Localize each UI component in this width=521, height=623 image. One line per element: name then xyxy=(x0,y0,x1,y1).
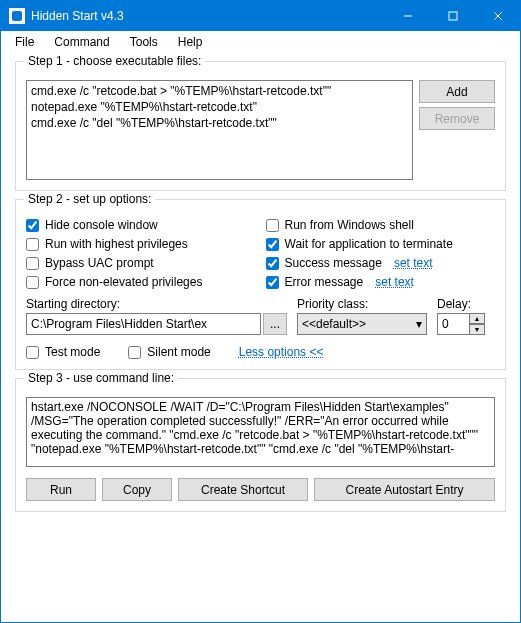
start-dir-input[interactable] xyxy=(26,313,261,335)
step2-group: Step 2 - set up options: Hide console wi… xyxy=(15,199,506,370)
app-icon xyxy=(9,8,25,24)
force-nonelev-input[interactable] xyxy=(26,276,39,289)
maximize-button[interactable] xyxy=(430,1,475,31)
run-shell-checkbox[interactable]: Run from Windows shell xyxy=(266,218,496,232)
menu-tools[interactable]: Tools xyxy=(120,32,168,52)
menubar: File Command Tools Help xyxy=(1,31,520,53)
list-item[interactable]: cmd.exe /c "retcode.bat > "%TEMP%\hstart… xyxy=(31,83,408,99)
step2-legend: Step 2 - set up options: xyxy=(24,192,155,206)
spin-up-button[interactable]: ▲ xyxy=(469,313,485,324)
run-button[interactable]: Run xyxy=(26,478,96,501)
error-set-text-link[interactable]: set text xyxy=(375,275,414,289)
step1-group: Step 1 - choose executable files: cmd.ex… xyxy=(15,61,506,191)
app-window: Hidden Start v4.3 File Command Tools Hel… xyxy=(0,0,521,623)
add-button[interactable]: Add xyxy=(419,80,495,103)
force-nonelev-checkbox[interactable]: Force non-elevated privileges xyxy=(26,275,256,289)
bypass-uac-checkbox[interactable]: Bypass UAC prompt xyxy=(26,256,256,270)
hide-console-checkbox[interactable]: Hide console window xyxy=(26,218,256,232)
success-set-text-link[interactable]: set text xyxy=(394,256,433,270)
run-highest-input[interactable] xyxy=(26,238,39,251)
step1-legend: Step 1 - choose executable files: xyxy=(24,54,205,68)
create-shortcut-button[interactable]: Create Shortcut xyxy=(178,478,308,501)
priority-label: Priority class: xyxy=(297,297,427,311)
test-mode-input[interactable] xyxy=(26,346,39,359)
remove-button[interactable]: Remove xyxy=(419,107,495,130)
success-msg-input[interactable] xyxy=(266,257,279,270)
chevron-down-icon: ▾ xyxy=(416,317,422,331)
bypass-uac-input[interactable] xyxy=(26,257,39,270)
menu-file[interactable]: File xyxy=(5,32,44,52)
minimize-button[interactable] xyxy=(385,1,430,31)
priority-select[interactable]: <<default>> ▾ xyxy=(297,313,427,335)
spin-down-button[interactable]: ▼ xyxy=(469,324,485,335)
error-msg-checkbox[interactable]: Error messageset text xyxy=(266,275,496,289)
window-title: Hidden Start v4.3 xyxy=(31,9,385,23)
window-controls xyxy=(385,1,520,31)
create-autostart-button[interactable]: Create Autostart Entry xyxy=(314,478,495,501)
less-options-link[interactable]: Less options << xyxy=(239,345,324,359)
run-highest-checkbox[interactable]: Run with highest privileges xyxy=(26,237,256,251)
titlebar: Hidden Start v4.3 xyxy=(1,1,520,31)
step3-legend: Step 3 - use command line: xyxy=(24,371,178,385)
client-area: Step 1 - choose executable files: cmd.ex… xyxy=(1,53,520,622)
copy-button[interactable]: Copy xyxy=(102,478,172,501)
run-shell-input[interactable] xyxy=(266,219,279,232)
close-button[interactable] xyxy=(475,1,520,31)
delay-input[interactable] xyxy=(437,313,469,335)
menu-command[interactable]: Command xyxy=(44,32,119,52)
list-item[interactable]: notepad.exe "%TEMP%\hstart-retcode.txt" xyxy=(31,99,408,115)
commandline-output[interactable] xyxy=(26,397,495,467)
step3-group: Step 3 - use command line: Run Copy Crea… xyxy=(15,378,506,512)
wait-term-input[interactable] xyxy=(266,238,279,251)
silent-mode-checkbox[interactable]: Silent mode xyxy=(128,345,210,359)
menu-help[interactable]: Help xyxy=(168,32,213,52)
executable-list[interactable]: cmd.exe /c "retcode.bat > "%TEMP%\hstart… xyxy=(26,80,413,180)
hide-console-input[interactable] xyxy=(26,219,39,232)
delay-label: Delay: xyxy=(437,297,495,311)
silent-mode-input[interactable] xyxy=(128,346,141,359)
start-dir-label: Starting directory: xyxy=(26,297,287,311)
success-msg-checkbox[interactable]: Success messageset text xyxy=(266,256,496,270)
test-mode-checkbox[interactable]: Test mode xyxy=(26,345,100,359)
list-item[interactable]: cmd.exe /c "del "%TEMP%\hstart-retcode.t… xyxy=(31,115,408,131)
wait-term-checkbox[interactable]: Wait for application to terminate xyxy=(266,237,496,251)
browse-button[interactable]: ... xyxy=(263,313,287,335)
delay-stepper[interactable]: ▲ ▼ xyxy=(437,313,495,335)
error-msg-input[interactable] xyxy=(266,276,279,289)
svg-rect-1 xyxy=(449,12,457,20)
